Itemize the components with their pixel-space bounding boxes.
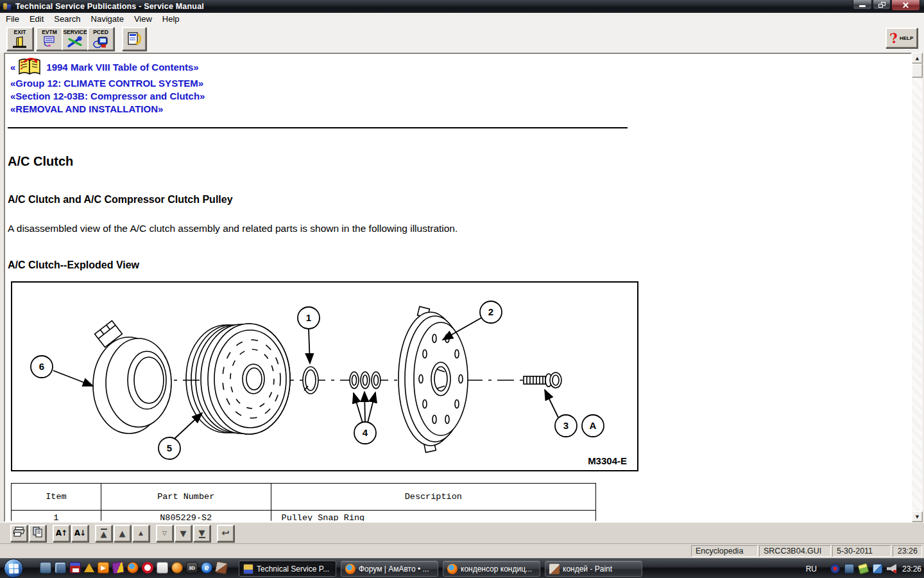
window-title: Technical Service Publications - Service… [15, 2, 204, 11]
triangle-app-icon[interactable] [84, 563, 94, 572]
link-group-12[interactable]: «Group 12: CLIMATE CONTROL SYSTEM» [10, 77, 205, 90]
minimize-button[interactable] [853, 0, 872, 10]
header-item: Item [12, 484, 101, 511]
menu-navigate[interactable]: Navigate [87, 13, 128, 24]
paint-app-icon[interactable] [215, 561, 228, 575]
start-button[interactable] [4, 559, 23, 578]
document-viewport: « 1994 Mark VIII Table of Contents» «Gro… [4, 53, 912, 522]
scroll-up-icon: ▲ [916, 56, 919, 61]
downloader-icon[interactable] [830, 564, 840, 574]
scroll-top-button[interactable]: ▲ [95, 525, 112, 542]
notes-app-icon[interactable] [157, 562, 168, 574]
font-increase-icon: A↑ [56, 529, 67, 538]
scroll-top-icon: ▲ [101, 529, 107, 538]
table-row: 1 N805229-S2 Pulley Snap Ring [12, 511, 596, 523]
menu-edit[interactable]: Edit [25, 13, 48, 24]
task-buttons: Technical Service P... Форум | АмАвто • … [239, 561, 642, 577]
firefox-icon [345, 564, 355, 574]
scroll-down-button[interactable]: ▼ [912, 511, 923, 522]
bottom-toolbar: A↑ A↓ ▲ ▲ ▲ ▽ ▼ ▼ ↩ [0, 522, 924, 543]
windows-logo-icon [9, 564, 19, 574]
callout-6: 6 [39, 361, 44, 372]
back-icon: ↩ [221, 527, 230, 539]
display-settings-icon[interactable] [844, 564, 854, 574]
menu-search[interactable]: Search [49, 13, 85, 24]
window-switcher-icon[interactable] [55, 562, 66, 574]
orange-app-icon[interactable] [171, 562, 183, 574]
close-button[interactable] [891, 0, 920, 11]
link-removal-installation[interactable]: «REMOVAL AND INSTALLATION» [10, 103, 205, 116]
section-heading: A/C Clutch and A/C Compressor Clutch Pul… [8, 194, 233, 206]
window-controls [853, 0, 920, 11]
callout-2: 2 [488, 306, 493, 317]
vertical-scrollbar[interactable]: ▲ ▼ [912, 53, 923, 522]
minimize-icon [859, 5, 866, 7]
torch-app-icon[interactable] [857, 563, 869, 574]
close-icon [902, 2, 909, 9]
service-manual-icon [243, 564, 253, 574]
taskbar-button-service-manual[interactable]: Technical Service P... [239, 561, 336, 577]
media-play-icon[interactable]: ▶ [98, 562, 109, 574]
menu-file[interactable]: File [1, 13, 24, 24]
taskbar-clock[interactable]: 23:26 [902, 565, 921, 574]
page-down-button[interactable]: ▼ [175, 525, 192, 542]
body-paragraph: A disassembled view of the A/C clutch as… [8, 223, 458, 234]
pced-button[interactable]: PCED [87, 27, 114, 51]
line-down-button[interactable]: ▽ [156, 525, 173, 542]
status-time: 23:26 [893, 545, 922, 557]
scrollbar-thumb[interactable] [912, 64, 923, 78]
restore-button[interactable] [873, 0, 891, 10]
mute-badge [892, 569, 898, 575]
line-up-icon: ▲ [139, 529, 143, 538]
parts-table: Item Part Number Description 1 N805229-S… [11, 483, 596, 522]
page-down-icon: ▼ [180, 529, 187, 538]
menu-help[interactable]: Help [158, 13, 184, 24]
page-up-button[interactable]: ▲ [114, 525, 131, 542]
document-refresh-button[interactable] [122, 27, 146, 51]
font-decrease-button[interactable]: A↓ [71, 525, 89, 542]
figure-heading: A/C Clutch--Exploded View [8, 259, 139, 271]
figure-code: M3304-E [588, 455, 627, 466]
app-icon [3, 2, 12, 11]
volume-muted-icon[interactable] [887, 564, 896, 574]
taskbar-button-paint[interactable]: кондей - Paint [545, 561, 642, 577]
copy-icon [32, 526, 44, 540]
menu-bar: File Edit Search Navigate View Help [0, 13, 924, 25]
callout-a: A [590, 420, 597, 431]
print-button[interactable] [10, 525, 28, 542]
callout-4: 4 [363, 427, 368, 438]
service-button[interactable]: SERVICE [62, 27, 89, 51]
back-button[interactable]: ↩ [217, 525, 234, 542]
taskbar-button-condenser[interactable]: конденсор кондиц... [443, 561, 540, 577]
callout-1: 1 [306, 312, 311, 323]
scroll-up-button[interactable]: ▲ [912, 53, 923, 64]
show-desktop-icon[interactable] [40, 562, 51, 574]
scroll-bottom-button[interactable]: ▼ [193, 525, 210, 542]
floppy-disk-icon[interactable] [69, 562, 81, 574]
application-window: Technical Service Publications - Service… [0, 0, 924, 578]
opera-icon[interactable] [142, 562, 153, 574]
cell-part-number: N805229-S2 [101, 511, 271, 523]
line-up-button[interactable]: ▲ [132, 525, 150, 542]
header-part-number: Part Number [101, 484, 271, 511]
taskbar-button-forum[interactable]: Форум | АмАвто • ... [341, 561, 438, 577]
copy-button[interactable] [29, 525, 46, 542]
wiring-diagram-icon [42, 35, 57, 49]
link-section-12-03b[interactable]: «Section 12-03B: Compressor and Clutch» [10, 90, 205, 103]
firefox-icon [447, 564, 458, 574]
firefox-icon[interactable] [127, 562, 139, 574]
network-icon[interactable] [873, 564, 882, 574]
film-app-icon[interactable]: 3D [186, 562, 198, 574]
exit-button[interactable]: EXIT [6, 27, 33, 51]
print-icon [13, 527, 26, 539]
help-button[interactable]: ? HELP [886, 28, 918, 48]
language-indicator[interactable]: RU [806, 565, 817, 574]
internet-explorer-icon[interactable]: e [201, 562, 212, 574]
font-increase-button[interactable]: A↑ [53, 525, 70, 542]
menu-view[interactable]: View [130, 13, 157, 24]
evtm-button[interactable]: EVTM [36, 27, 63, 51]
open-book-icon [17, 57, 43, 76]
cards-app-icon[interactable] [112, 561, 124, 574]
breadcrumb: « 1994 Mark VIII Table of Contents» «Gro… [10, 57, 205, 116]
link-table-of-contents[interactable]: 1994 Mark VIII Table of Contents» [46, 62, 198, 73]
